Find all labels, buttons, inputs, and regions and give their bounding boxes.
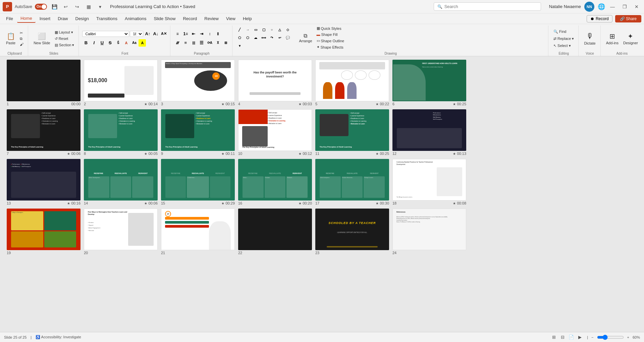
bend-arrow-tool[interactable]: ↩ [276,34,283,42]
slide-sorter-button[interactable]: ⊟ [559,334,566,341]
slide-thumbnail[interactable]: FIRST: UNDERSTAND HOW ADULTS LEARN Vario… [392,60,466,101]
slide-thumbnail[interactable]: Has the payoff been worth the investment… [238,60,312,101]
increase-font-button[interactable]: A↑ [144,30,151,38]
shape-outline-button[interactable]: ▭ Shape Outline [315,38,346,44]
slide-thumbnail[interactable]: ● Performance ● Effectiveness ● Skill Ma… [7,159,80,201]
round-rect-tool[interactable]: ▢ [260,26,267,34]
slide-thumbnail[interactable]: • Self-concept• Learner Experience• Read… [238,109,312,151]
replace-button[interactable]: ⇄ Replace ▾ [552,36,576,42]
slide-item[interactable]: • Self-concept• Learner Experience• Read… [7,109,80,156]
slide-item[interactable]: FIRST: UNDERSTAND HOW ADULTS LEARN Vario… [392,60,466,107]
clear-format-button[interactable]: A✕ [160,30,167,38]
arrange-button[interactable]: ⧉ Arrange [297,32,314,44]
decrease-indent-button[interactable]: ⇤ [190,30,197,38]
menu-draw[interactable]: Draw [54,15,71,22]
shadow-button[interactable]: S̈ [114,39,122,47]
slide-thumbnail[interactable]: • Self-concept• Learner Experience• Read… [7,109,80,151]
triangle-tool[interactable]: △ [276,26,283,34]
quick-styles-button[interactable]: ▦ Quick Styles [315,25,346,31]
decrease-font-button[interactable]: A↓ [152,30,159,38]
oval-tool[interactable]: ○ [268,26,275,34]
slide-item[interactable]: 22 [238,209,312,255]
numbering-button[interactable]: 1≡ [182,30,189,38]
section-button[interactable]: ▤ Section ▾ [53,42,76,48]
slide-item[interactable]: REDEFINE REEVALUATE REINVENT Define deve… [315,159,389,206]
font-family-select[interactable]: Calibri [82,31,129,37]
slide-thumbnail[interactable]: SCHOOLED BY A TEACHER LEARNING OPPORTUNI… [315,209,389,250]
dictate-button[interactable]: 🎙 Dictate [582,31,597,47]
select-button[interactable]: ↖ Select ▾ [552,43,576,49]
share-button[interactable]: 🔗 Share [615,15,641,22]
cut-button[interactable]: ✂ [18,30,25,36]
slide-item[interactable]: REDEFINE REEVALUATE REINVENT Define 'dev… [84,159,158,206]
curve-arrow-tool[interactable]: ↷ [268,34,275,42]
menu-slideshow[interactable]: Slide Show [150,15,179,22]
slide-item[interactable]: Continuing Needed Practices for Teacher … [392,159,466,206]
slide-item[interactable]: Has the payoff been worth the investment… [238,60,312,107]
slideshow-view-button[interactable]: ▶ [576,334,584,341]
slide-thumbnail[interactable]: REDEFINE REEVALUATE REINVENT Define 'dev… [84,159,158,201]
slide-thumbnail[interactable]: REDEFINE REEVALUATE REINVENT Content her… [161,159,235,201]
menu-help[interactable]: Help [239,15,255,22]
arrow-tool[interactable]: → [244,26,251,34]
diamond-tool[interactable]: ◇ [284,26,291,34]
menu-home[interactable]: Home [17,14,36,23]
find-button[interactable]: 🔍 Find [552,29,576,35]
align-right-button[interactable]: ⫼ [190,39,197,47]
minimize-button[interactable]: — [608,2,617,11]
text-direction-button[interactable]: ⟳A [206,39,213,47]
bold-button[interactable]: B [82,39,90,47]
format-painter-button[interactable]: 🖌 [18,42,25,47]
highlight-button[interactable]: A [139,39,146,47]
slide-item[interactable]: 5 ★ 00:22 [315,60,389,107]
normal-view-button[interactable]: ⊞ [550,334,557,341]
slide-thumbnail[interactable] [315,60,389,101]
zoom-slider[interactable] [597,335,624,340]
slide-thumbnail[interactable]: Continuing Needed Practices for Teacher … [392,159,466,201]
case-button[interactable]: Aa [130,39,138,47]
shape-fill-button[interactable]: ▬ Shape Fill [315,32,346,37]
slide-item[interactable]: REDEFINE REEVALUATE REINVENT Content her… [161,159,235,206]
align-left-button[interactable]: ⫻ [174,39,181,47]
text-align-v-button[interactable]: ⊼ [214,39,221,47]
reading-view-button[interactable]: 📄 [568,334,575,341]
menu-file[interactable]: File [3,15,16,22]
pentagon-tool[interactable]: ⬠ [236,34,243,42]
slide-item[interactable]: ⏱ 21 [161,209,235,255]
slide-thumbnail[interactable]: Five Ways to Reimagine How Teachers Lear… [84,209,158,250]
reset-button[interactable]: ↺ Reset [53,36,76,42]
slide-item[interactable]: 5 Ways to Reimagine... 19 [7,209,80,255]
bullets-button[interactable]: ≡ [174,30,181,38]
slide-item[interactable]: • Self-concept• Learner Experience• Read… [238,109,312,156]
slide-thumbnail[interactable]: PerformanceEffectivenessSkill MasterySel… [392,109,466,151]
autosave-toggle[interactable]: On [35,4,47,10]
record-button[interactable]: ⏺ Record [587,15,612,22]
paste-button[interactable]: 📋 Paste [4,31,17,46]
slide-thumbnail[interactable]: Number of Days Spent Participating in De… [161,60,235,101]
line-tool[interactable]: ╱ [236,26,243,34]
menu-view[interactable]: View [223,15,239,22]
slide-thumbnail[interactable] [238,209,312,250]
slide-item[interactable]: Five Ways to Reimagine How Teachers Lear… [84,209,158,255]
smartart-button[interactable]: ⊞ [222,39,229,47]
slide-thumbnail[interactable]: ⏱ [161,209,235,250]
restore-button[interactable]: ❐ [620,2,629,11]
rect-tool[interactable]: ▭ [252,26,259,34]
redo-icon[interactable]: ↪ [72,2,82,11]
slide-thumbnail[interactable]: REDEFINE REEVALUATE REINVENT Define deve… [315,159,389,201]
slide-item[interactable]: ● Performance ● Effectiveness ● Skill Ma… [7,159,80,206]
italic-button[interactable]: I [90,39,98,47]
slide-thumbnail[interactable]: • Self-concept• Learner Experience• Read… [161,109,235,151]
callout-tool[interactable]: 💬 [284,34,291,42]
font-size-select[interactable]: 18 [130,31,143,37]
menu-record[interactable]: Record [179,15,200,22]
menu-transitions[interactable]: Transitions [93,15,121,22]
double-arrow-tool[interactable]: ⟺ [260,34,267,42]
slide-item[interactable]: • Self-concept• Learner Experience• Read… [315,109,389,156]
search-box[interactable]: 🔍 [434,2,541,11]
slide-item[interactable]: SCHOOLED BY A TEACHER LEARNING OPPORTUNI… [315,209,389,255]
present-icon[interactable]: ▦ [84,2,93,11]
slide-thumbnail[interactable]: 5 Ways to Reimagine... [7,209,80,250]
menu-review[interactable]: Review [201,15,222,22]
designer-button[interactable]: ✦ Designer [621,31,640,46]
